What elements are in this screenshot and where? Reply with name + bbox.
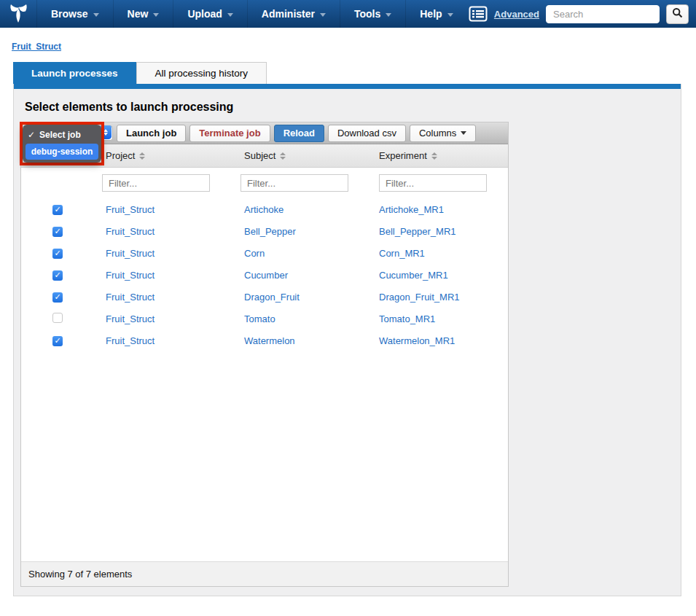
panel-accent-bar — [14, 84, 681, 89]
navbar-menu-new[interactable]: New — [113, 0, 173, 28]
navbar-right: Advanced — [469, 0, 696, 28]
panel-body: Select elements to launch processing Lau… — [14, 89, 681, 596]
subject-filter-input[interactable] — [241, 174, 348, 192]
breadcrumb: Fruit_Struct — [12, 39, 696, 50]
search-icon — [672, 7, 683, 20]
row-checkbox[interactable]: ✓ — [52, 270, 63, 281]
breadcrumb-project-link[interactable]: Fruit_Struct — [12, 42, 61, 52]
chevron-down-icon — [447, 13, 453, 17]
navbar-menu-help[interactable]: Help — [405, 0, 466, 28]
project-link[interactable]: Fruit_Struct — [94, 313, 155, 324]
project-link[interactable]: Fruit_Struct — [94, 226, 155, 237]
table-footer: Showing 7 of 7 elements — [21, 561, 508, 586]
experiment-filter-input[interactable] — [379, 174, 487, 192]
page-title: Select elements to launch processing — [25, 101, 681, 114]
project-link[interactable]: Fruit_Struct — [94, 204, 155, 215]
toolbar-buttons: Launch job Terminate job Reload Download… — [117, 125, 476, 142]
experiment-link[interactable]: Watermelon_MR1 — [367, 335, 455, 346]
terminate-job-button[interactable]: Terminate job — [189, 125, 270, 142]
table-row: ✓ Fruit_Struct Dragon_Fruit Dragon_Fruit… — [21, 286, 508, 308]
subject-link[interactable]: Dragon_Fruit — [232, 292, 300, 303]
sort-icon — [431, 152, 437, 160]
table-row: ✓ Fruit_Struct Cucumber Cucumber_MR1 — [21, 264, 508, 286]
subject-link[interactable]: Artichoke — [232, 204, 284, 215]
top-navbar: Browse New Upload Administer Tools Help … — [0, 0, 696, 28]
experiment-link[interactable]: Bell_Pepper_MR1 — [367, 226, 456, 237]
navbar-menu-browse[interactable]: Browse — [36, 0, 113, 28]
sort-icon — [139, 152, 145, 160]
dropdown-option-select-job[interactable]: ✓ Select job — [26, 127, 98, 144]
project-link[interactable]: Fruit_Struct — [94, 270, 155, 281]
navbar-menu-administer[interactable]: Administer — [247, 0, 340, 28]
checkmark-icon: ✓ — [28, 130, 35, 140]
row-count-label: Showing 7 of 7 elements — [28, 569, 132, 580]
experiment-link[interactable]: Tomato_MR1 — [367, 313, 435, 324]
search-button[interactable] — [666, 4, 689, 24]
row-checkbox[interactable] — [52, 313, 63, 323]
subject-link[interactable]: Watermelon — [232, 335, 295, 346]
table-row: ✓ Fruit_Struct Watermelon Watermelon_MR1 — [21, 330, 508, 351]
row-checkbox[interactable]: ✓ — [52, 292, 63, 303]
chevron-down-icon — [227, 13, 233, 17]
project-filter-input[interactable] — [102, 174, 210, 192]
chevron-down-icon — [386, 13, 391, 17]
experiment-link[interactable]: Artichoke_MR1 — [367, 204, 444, 215]
column-header-subject[interactable]: Subject — [232, 150, 367, 161]
filter-row — [21, 168, 508, 198]
project-link[interactable]: Fruit_Struct — [94, 248, 155, 259]
column-header-experiment[interactable]: Experiment — [367, 150, 508, 161]
job-dropdown-menu: ✓ Select job debug-session — [23, 125, 101, 163]
dropdown-option-debug-session[interactable]: debug-session — [26, 144, 98, 160]
job-dropdown-annotation: ✓ Select job debug-session — [20, 122, 104, 165]
table-row: ✓ Fruit_Struct Artichoke Artichoke_MR1 — [21, 198, 508, 220]
advanced-search-link[interactable]: Advanced — [494, 9, 539, 20]
tab-all-processing-history[interactable]: All processing history — [136, 62, 267, 84]
reload-button[interactable]: Reload — [274, 125, 324, 142]
experiment-link[interactable]: Cucumber_MR1 — [367, 270, 448, 281]
tab-launch-processes[interactable]: Launch processes — [13, 62, 136, 84]
chevron-down-icon — [93, 13, 99, 17]
xnat-logo-icon[interactable] — [0, 0, 36, 28]
launch-processes-panel: Select elements to launch processing Lau… — [13, 84, 681, 596]
subject-link[interactable]: Tomato — [232, 313, 275, 324]
chevron-down-icon — [320, 13, 326, 17]
elements-table: Launch job Terminate job Reload Download… — [20, 122, 509, 587]
column-header-project[interactable]: Project — [94, 150, 232, 161]
table-row: ✓ Fruit_Struct Corn Corn_MR1 — [21, 242, 508, 264]
navbar-menu-tools[interactable]: Tools — [340, 0, 405, 28]
sort-icon — [280, 152, 286, 160]
experiment-link[interactable]: Corn_MR1 — [367, 248, 425, 259]
chevron-down-icon — [153, 13, 159, 17]
row-checkbox[interactable]: ✓ — [52, 227, 63, 237]
columns-button[interactable]: Columns — [410, 125, 476, 142]
navbar-menu-upload[interactable]: Upload — [173, 0, 246, 28]
subject-link[interactable]: Corn — [232, 248, 265, 259]
search-input[interactable] — [546, 5, 660, 23]
download-csv-button[interactable]: Download csv — [328, 125, 406, 142]
chevron-down-icon — [461, 131, 466, 135]
navbar-menus: Browse New Upload Administer Tools Help — [36, 0, 467, 28]
advanced-search-icon[interactable] — [469, 6, 488, 22]
tab-bar: Launch processes All processing history — [13, 62, 696, 84]
experiment-link[interactable]: Dragon_Fruit_MR1 — [367, 292, 460, 303]
launch-job-button[interactable]: Launch job — [117, 125, 186, 142]
project-link[interactable]: Fruit_Struct — [94, 335, 155, 346]
table-row: Fruit_Struct Tomato Tomato_MR1 — [21, 308, 508, 330]
project-link[interactable]: Fruit_Struct — [94, 292, 155, 303]
row-checkbox[interactable]: ✓ — [52, 336, 63, 346]
table-rows: ✓ Fruit_Struct Artichoke Artichoke_MR1 ✓… — [21, 198, 508, 561]
subject-link[interactable]: Bell_Pepper — [232, 226, 296, 237]
subject-link[interactable]: Cucumber — [232, 270, 288, 281]
row-checkbox[interactable]: ✓ — [52, 205, 63, 215]
row-checkbox[interactable]: ✓ — [52, 249, 63, 259]
table-row: ✓ Fruit_Struct Bell_Pepper Bell_Pepper_M… — [21, 220, 508, 242]
